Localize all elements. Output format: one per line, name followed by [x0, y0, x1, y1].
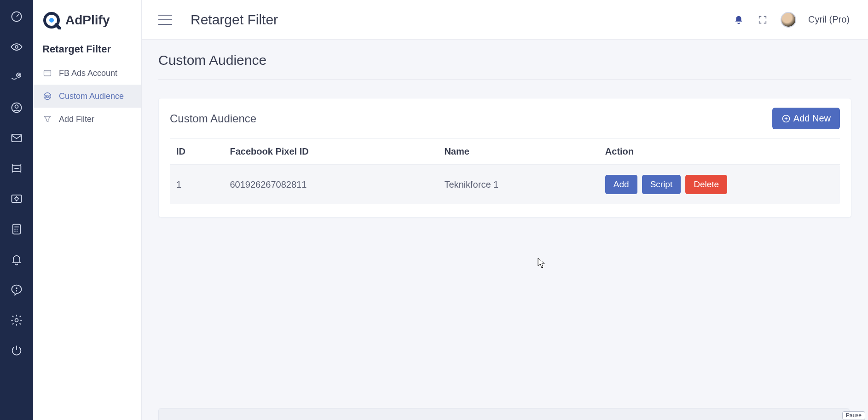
account-card-icon: [42, 68, 52, 78]
icon-rail: [0, 0, 33, 420]
col-id: ID: [170, 139, 223, 165]
card-title: Custom Audience: [170, 112, 256, 125]
svg-point-11: [15, 319, 18, 322]
svg-point-8: [15, 197, 18, 201]
avatar[interactable]: [781, 12, 796, 28]
rail-dashboard-icon[interactable]: [8, 8, 25, 25]
rail-ad-icon[interactable]: [8, 160, 25, 177]
fullscreen-icon[interactable]: [757, 14, 769, 26]
table-header-row: ID Facebook Pixel ID Name Action: [170, 139, 840, 165]
svg-point-1: [15, 46, 18, 48]
header: Retarget Filter Cyril (Pro): [142, 0, 868, 40]
notifications-icon[interactable]: [733, 14, 745, 26]
main-content: Custom Audience Custom Audience Add New …: [142, 40, 868, 420]
cell-name: Teknikforce 1: [438, 165, 598, 205]
cell-pixel: 601926267082811: [223, 165, 438, 205]
svg-point-4: [15, 105, 18, 108]
table-row: 1 601926267082811 Teknikforce 1 Add Scri…: [170, 165, 840, 205]
svg-point-10: [16, 288, 17, 289]
col-name: Name: [438, 139, 598, 165]
page-title: Custom Audience: [158, 52, 851, 80]
sidebar-item-add-filter[interactable]: Add Filter: [33, 108, 141, 131]
svg-rect-5: [12, 134, 22, 142]
sidebar-item-label: Add Filter: [59, 115, 94, 124]
svg-rect-14: [44, 70, 51, 76]
rail-bell-icon[interactable]: [8, 251, 25, 268]
logo-icon: [42, 11, 61, 29]
sidebar-item-fb-ads-account[interactable]: FB Ads Account: [33, 62, 141, 85]
rail-target-icon[interactable]: [8, 190, 25, 207]
logo-text: AdPlify: [65, 13, 110, 28]
col-pixel: Facebook Pixel ID: [223, 139, 438, 165]
cell-actions: Add Script Delete: [599, 165, 840, 205]
svg-point-13: [49, 18, 54, 23]
logo[interactable]: AdPlify: [33, 8, 141, 39]
add-new-button[interactable]: Add New: [772, 108, 840, 129]
rail-discount-icon[interactable]: [8, 69, 25, 86]
sidebar-item-custom-audience[interactable]: Custom Audience: [33, 85, 141, 108]
sidebar-item-label: FB Ads Account: [59, 69, 117, 78]
page-header-title: Retarget Filter: [191, 12, 278, 28]
sidebar-section-title: Retarget Filter: [33, 39, 141, 62]
audience-icon: [42, 91, 52, 101]
rail-calculator-icon[interactable]: [8, 221, 25, 237]
svg-point-17: [48, 95, 49, 97]
cell-id: 1: [170, 165, 223, 205]
bottom-panel: [158, 408, 850, 420]
col-action: Action: [599, 139, 840, 165]
rail-info-icon[interactable]: [8, 282, 25, 298]
username[interactable]: Cyril (Pro): [808, 14, 850, 25]
filter-icon: [42, 114, 52, 124]
svg-point-16: [46, 95, 47, 97]
row-delete-button[interactable]: Delete: [685, 175, 727, 194]
rail-mail-icon[interactable]: [8, 130, 25, 146]
rail-power-icon[interactable]: [8, 342, 25, 359]
custom-audience-card: Custom Audience Add New ID Facebook Pixe…: [158, 98, 851, 218]
rail-eye-icon[interactable]: [8, 39, 25, 55]
sidebar-item-label: Custom Audience: [59, 92, 124, 101]
pause-button[interactable]: Pause: [842, 411, 865, 420]
row-add-button[interactable]: Add: [605, 175, 637, 194]
rail-settings-icon[interactable]: [8, 312, 25, 328]
menu-toggle-icon[interactable]: [158, 15, 172, 25]
row-script-button[interactable]: Script: [642, 175, 681, 194]
sidebar: AdPlify Retarget Filter FB Ads Account C…: [33, 0, 142, 420]
svg-point-15: [44, 93, 51, 100]
audience-table: ID Facebook Pixel ID Name Action 1 60192…: [170, 138, 840, 204]
rail-profile-icon[interactable]: [8, 99, 25, 116]
add-new-label: Add New: [793, 113, 831, 124]
